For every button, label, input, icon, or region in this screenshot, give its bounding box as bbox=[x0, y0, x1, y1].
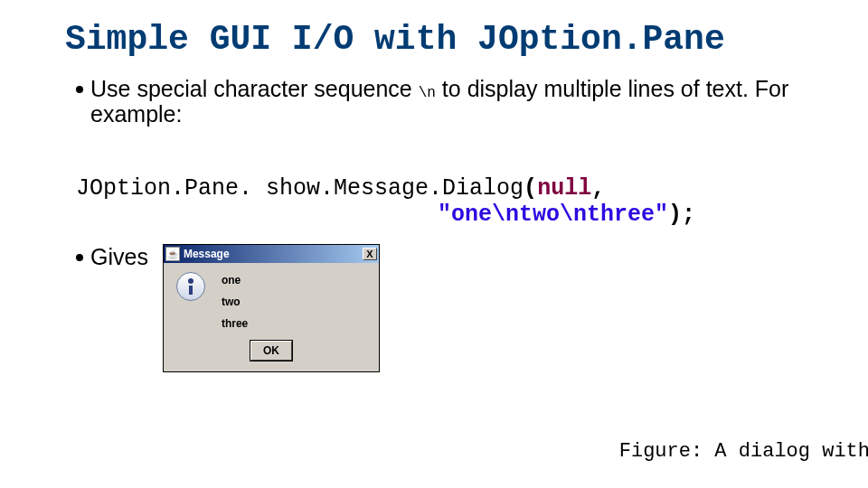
dialog-line: three bbox=[222, 317, 248, 330]
code-snippet: JOption.Pane. show.Message.Dialog(null, … bbox=[22, 149, 846, 228]
code-close: ); bbox=[668, 202, 695, 228]
escape-sequence: \n bbox=[419, 85, 436, 101]
ok-button[interactable]: OK bbox=[250, 341, 292, 361]
close-button[interactable]: X bbox=[363, 248, 377, 260]
gives-bullet: Gives bbox=[76, 244, 148, 270]
java-icon: ☕ bbox=[165, 247, 180, 261]
figure-caption: Figure: A dialog with bbox=[619, 440, 868, 463]
close-icon: X bbox=[366, 249, 373, 259]
info-icon bbox=[176, 272, 205, 301]
bullet-text: Use special character sequence \n to dis… bbox=[90, 76, 846, 128]
dialog-message-lines: one two three bbox=[222, 274, 248, 330]
dialog-title-text: Message bbox=[184, 248, 363, 260]
code-call: JOption.Pane. show.Message.Dialog bbox=[76, 175, 524, 202]
slide: Simple GUI I/O with JOption.Pane Use spe… bbox=[0, 0, 868, 488]
bullet-item: Use special character sequence \n to dis… bbox=[76, 76, 846, 128]
dialog-button-row: OK bbox=[164, 335, 379, 371]
bullet-list: Use special character sequence \n to dis… bbox=[76, 76, 846, 128]
dialog-body: one two three bbox=[164, 263, 379, 335]
dialog-titlebar: ☕ Message X bbox=[164, 245, 379, 263]
dialog-line: one bbox=[222, 274, 248, 286]
gives-row: Gives ☕ Message X one two three OK bbox=[76, 244, 846, 372]
code-null-keyword: null bbox=[537, 175, 591, 202]
gives-text: Gives bbox=[90, 244, 148, 270]
bullet-dot-icon bbox=[76, 254, 83, 261]
message-dialog: ☕ Message X one two three OK bbox=[163, 244, 380, 372]
code-string-literal: "one\ntwo\nthree" bbox=[438, 202, 668, 228]
slide-title: Simple GUI I/O with JOption.Pane bbox=[65, 20, 846, 60]
dialog-line: two bbox=[222, 296, 248, 308]
code-comma: , bbox=[591, 175, 605, 202]
bullet-dot-icon bbox=[76, 86, 83, 93]
code-open-paren: ( bbox=[524, 175, 537, 202]
info-icon-wrap bbox=[176, 272, 205, 330]
